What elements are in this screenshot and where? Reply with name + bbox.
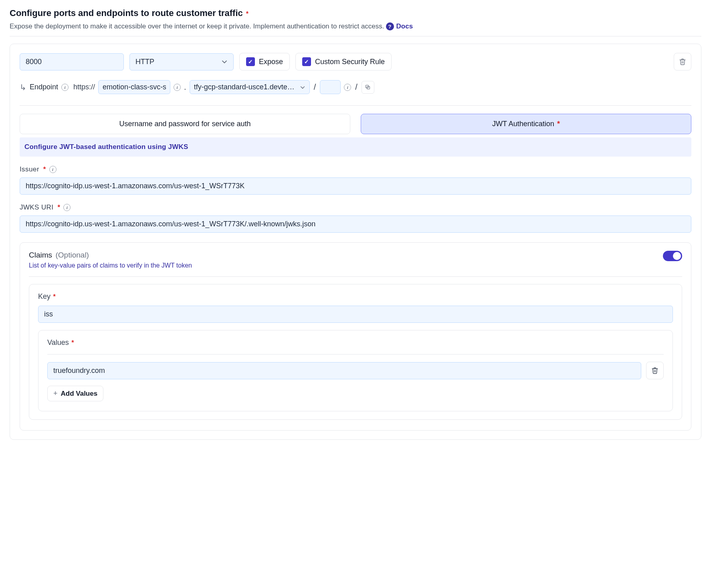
info-icon[interactable]: i xyxy=(344,84,351,91)
jwks-label: JWKS URI xyxy=(20,203,53,211)
claims-optional-label: (Optional) xyxy=(56,251,89,259)
port-input[interactable] xyxy=(20,53,124,70)
info-icon[interactable]: i xyxy=(174,84,181,91)
copy-endpoint-button[interactable] xyxy=(362,81,374,94)
help-icon[interactable]: ? xyxy=(386,22,394,30)
required-marker: * xyxy=(53,293,55,300)
tab-username-auth[interactable]: Username and password for service auth xyxy=(20,114,350,134)
endpoint-trailing-slash: / xyxy=(354,83,358,92)
endpoint-slash: / xyxy=(313,83,317,92)
port-config-card: HTTP ✓ Expose ✓ Custom Security Rule ↳ E… xyxy=(10,44,701,440)
jwks-input[interactable] xyxy=(20,215,691,233)
endpoint-label: Endpoint xyxy=(30,83,58,91)
plus-icon: + xyxy=(53,389,58,398)
required-marker: * xyxy=(557,120,560,128)
required-marker: * xyxy=(71,339,74,346)
claim-item-card: Key * Values * xyxy=(29,284,682,420)
custom-security-checkbox-group[interactable]: ✓ Custom Security Rule xyxy=(295,53,392,70)
endpoint-domain-value: tfy-gcp-standard-usce1.devtest.... xyxy=(194,83,297,91)
protocol-select[interactable]: HTTP xyxy=(129,53,234,70)
copy-icon xyxy=(365,84,371,90)
claims-divider xyxy=(29,276,682,277)
docs-link[interactable]: Docs xyxy=(396,22,413,30)
claim-values-card: Values * + Add Values xyxy=(38,330,673,411)
expose-checkbox[interactable]: ✓ xyxy=(246,57,255,66)
chevron-down-icon xyxy=(300,85,305,90)
info-icon[interactable]: i xyxy=(61,84,69,91)
expose-label: Expose xyxy=(259,58,283,66)
auth-tab-description: Configure JWT-based authentication using… xyxy=(20,137,691,157)
claims-toggle[interactable] xyxy=(663,251,682,261)
tab-jwt-auth[interactable]: JWT Authentication * xyxy=(361,114,691,134)
page-description: Expose the deployment to make it accessi… xyxy=(10,22,384,30)
claim-key-label: Key xyxy=(38,292,50,300)
chevron-down-icon xyxy=(221,58,228,65)
custom-security-label: Custom Security Rule xyxy=(315,58,385,66)
claim-key-input[interactable] xyxy=(38,306,673,323)
info-icon[interactable]: i xyxy=(63,204,71,211)
section-divider xyxy=(20,105,691,106)
protocol-value: HTTP xyxy=(135,58,154,66)
claim-value-row xyxy=(47,362,664,379)
trash-icon xyxy=(651,367,658,374)
issuer-input[interactable] xyxy=(20,177,691,195)
toggle-knob xyxy=(673,252,681,260)
required-marker: * xyxy=(57,203,60,211)
add-values-button[interactable]: + Add Values xyxy=(47,386,103,401)
delete-value-button[interactable] xyxy=(646,362,664,379)
expose-checkbox-group[interactable]: ✓ Expose xyxy=(239,53,290,70)
claims-description: List of key-value pairs of claims to ver… xyxy=(29,262,192,269)
required-marker: * xyxy=(43,165,46,173)
values-divider xyxy=(47,354,664,354)
endpoint-domain-select[interactable]: tfy-gcp-standard-usce1.devtest.... xyxy=(190,80,310,94)
endpoint-scheme: https:// xyxy=(73,83,95,91)
trash-icon xyxy=(679,58,686,65)
tab-username-label: Username and password for service auth xyxy=(119,120,250,128)
sub-arrow-icon: ↳ xyxy=(20,83,26,92)
endpoint-dot: . xyxy=(184,83,186,92)
issuer-label: Issuer xyxy=(20,165,39,173)
claims-card: Claims (Optional) List of key-value pair… xyxy=(20,242,691,431)
delete-port-button[interactable] xyxy=(674,53,691,70)
header-divider xyxy=(10,36,701,36)
claim-values-label: Values xyxy=(47,338,69,346)
tab-jwt-label: JWT Authentication xyxy=(492,120,554,128)
endpoint-subdomain-input[interactable] xyxy=(98,80,170,94)
required-marker: * xyxy=(246,10,248,18)
claims-title: Claims xyxy=(29,251,52,259)
page-title: Configure ports and endpoints to route c… xyxy=(10,8,243,18)
claim-value-input[interactable] xyxy=(47,362,641,379)
add-values-label: Add Values xyxy=(61,390,98,398)
endpoint-path-input[interactable] xyxy=(320,80,341,94)
custom-security-checkbox[interactable]: ✓ xyxy=(302,57,311,66)
info-icon[interactable]: i xyxy=(49,166,57,173)
